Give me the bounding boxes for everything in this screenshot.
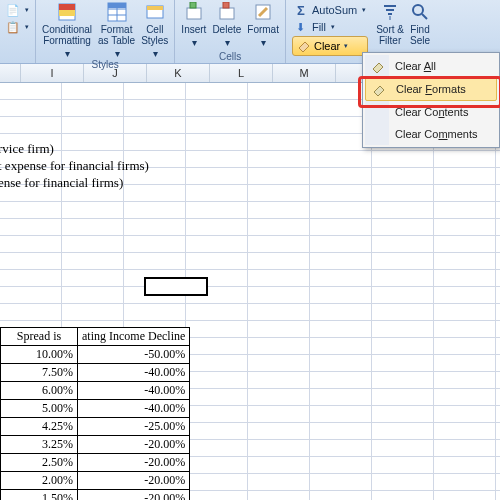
- fill-label: Fill: [312, 21, 326, 33]
- cell-text: ense for financial firms): [0, 175, 123, 191]
- format-button[interactable]: Format ▾: [247, 2, 279, 48]
- delete-label: Delete: [212, 24, 241, 35]
- svg-rect-1: [59, 4, 75, 10]
- clear-dropdown-menu: Clear All Clear Formats Clear Contents C…: [362, 52, 500, 148]
- fill-icon: ⬇: [294, 20, 308, 34]
- eraser-all-icon: [370, 58, 386, 74]
- format-label: Format: [247, 24, 279, 35]
- table-row: 2.00%-20.00%: [1, 472, 190, 490]
- find-select-button[interactable]: Find Sele: [410, 2, 430, 46]
- svg-rect-9: [147, 6, 163, 10]
- clear-label: Clear: [314, 40, 340, 52]
- autosum-label: AutoSum: [312, 4, 357, 16]
- insert-button[interactable]: Insert ▾: [181, 2, 206, 48]
- menu-clear-comments[interactable]: Clear Comments: [365, 123, 497, 145]
- sigma-icon: Σ: [294, 3, 308, 17]
- insert-icon: [184, 2, 204, 22]
- qa-slot-1[interactable]: 📄▾: [4, 2, 31, 18]
- table-row: 6.00%-40.00%: [1, 382, 190, 400]
- conditional-formatting-label: Conditional Formatting: [42, 24, 92, 46]
- autosum-button[interactable]: Σ AutoSum▾: [292, 2, 368, 18]
- table-header: Spread is: [1, 328, 78, 346]
- format-as-table-button[interactable]: Format as Table ▾: [98, 2, 135, 59]
- col-header[interactable]: I: [21, 64, 84, 82]
- sort-filter-icon: [380, 2, 400, 22]
- find-icon: [410, 2, 430, 22]
- cell-text: t expense for financial firms): [0, 158, 149, 174]
- sort-filter-label: Sort & Filter: [376, 24, 404, 46]
- insert-label: Insert: [181, 24, 206, 35]
- cell-styles-label: Cell Styles: [141, 24, 168, 46]
- find-select-label: Find Sele: [410, 24, 430, 46]
- table-row: 4.25%-25.00%: [1, 418, 190, 436]
- table-row: 3.25%-20.00%: [1, 436, 190, 454]
- cell-text: rvice firm): [0, 141, 54, 157]
- col-header[interactable]: M: [273, 64, 336, 82]
- table-row: 5.00%-40.00%: [1, 400, 190, 418]
- table-row: 1.50%-20.00%: [1, 490, 190, 501]
- format-as-table-label: Format as Table: [98, 24, 135, 46]
- menu-clear-all[interactable]: Clear All: [365, 55, 497, 77]
- table-header-row: Spread is ating Income Decline: [1, 328, 190, 346]
- eraser-icon: [297, 38, 311, 54]
- conditional-formatting-icon: [57, 2, 77, 22]
- cell-styles-button[interactable]: Cell Styles ▾: [141, 2, 168, 59]
- delete-button[interactable]: Delete ▾: [212, 2, 241, 48]
- format-icon: [253, 2, 273, 22]
- sort-filter-button[interactable]: Sort & Filter: [376, 2, 404, 46]
- svg-rect-12: [220, 8, 234, 19]
- group-cells: Insert ▾ Delete ▾ Format ▾ Cells: [175, 0, 286, 63]
- table-row: 7.50%-40.00%: [1, 364, 190, 382]
- group-cells-label: Cells: [181, 51, 279, 63]
- eraser-formats-icon: [371, 81, 387, 97]
- group-styles: Conditional Formatting ▾ Format as Table…: [36, 0, 175, 63]
- svg-rect-10: [187, 8, 201, 19]
- menu-clear-contents[interactable]: Clear Contents: [365, 101, 497, 123]
- table-row: 10.00%-50.00%: [1, 346, 190, 364]
- col-header[interactable]: L: [210, 64, 273, 82]
- format-as-table-icon: [107, 2, 127, 22]
- fill-button[interactable]: ⬇ Fill▾: [292, 19, 368, 35]
- conditional-formatting-button[interactable]: Conditional Formatting ▾: [42, 2, 92, 59]
- svg-line-16: [422, 14, 427, 19]
- svg-rect-2: [59, 10, 75, 16]
- col-header[interactable]: K: [147, 64, 210, 82]
- active-cell[interactable]: [144, 277, 208, 296]
- menu-clear-formats[interactable]: Clear Formats: [365, 77, 497, 101]
- qa-slot-2[interactable]: 📋▾: [4, 19, 31, 35]
- data-table: Spread is ating Income Decline 10.00%-50…: [0, 327, 190, 500]
- delete-icon: [217, 2, 237, 22]
- svg-rect-13: [223, 2, 229, 8]
- col-header[interactable]: J: [84, 64, 147, 82]
- table-row: 2.50%-20.00%: [1, 454, 190, 472]
- svg-rect-7: [108, 3, 126, 8]
- cell-styles-icon: [145, 2, 165, 22]
- clear-button[interactable]: Clear▾: [292, 36, 368, 56]
- svg-rect-11: [190, 2, 196, 8]
- svg-point-15: [413, 5, 423, 15]
- table-header: ating Income Decline: [78, 328, 190, 346]
